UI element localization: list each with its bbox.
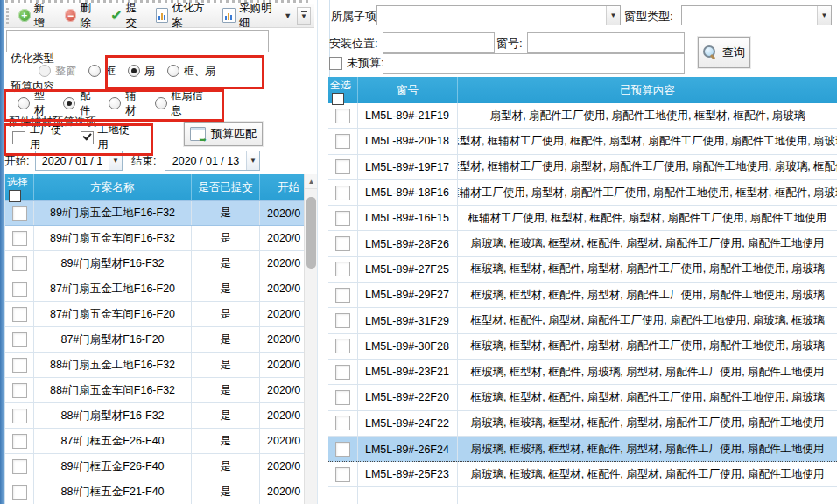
budget-content-radio-3[interactable]: 框扇信息	[155, 88, 207, 118]
row-checkbox[interactable]	[335, 416, 350, 430]
row-checkbox[interactable]	[335, 313, 350, 328]
purchase-detail-button[interactable]: 采购明细 ▼	[217, 0, 297, 33]
row-select-cell	[328, 206, 358, 230]
row-checkbox[interactable]	[335, 390, 350, 405]
toolbar-overflow-button[interactable]: ▼	[297, 7, 311, 24]
budget-content-radio-1[interactable]: 配件	[63, 88, 96, 118]
row-checkbox[interactable]	[335, 108, 350, 123]
plan-search-input[interactable]	[6, 30, 269, 52]
sub-item-select[interactable]: ▼	[376, 5, 621, 25]
plan-table-row[interactable]: 87#门扇五金车间F16-F20是2020/0	[5, 302, 318, 327]
row-checkbox[interactable]	[335, 288, 350, 303]
install-pos-input[interactable]	[383, 32, 495, 53]
chevron-down-icon[interactable]: ▼	[817, 6, 831, 24]
window-table-row[interactable]: LM5L-89#-29F27框玻璃, 框型材, 框配件, 扇型材, 扇配件工厂使…	[328, 283, 837, 308]
row-checkbox[interactable]	[335, 339, 350, 354]
add-button[interactable]: + 新增	[13, 0, 60, 33]
query-button[interactable]: 查询	[698, 37, 750, 68]
row-checkbox[interactable]	[12, 409, 27, 424]
window-no-input[interactable]	[527, 32, 685, 53]
row-checkbox[interactable]	[12, 307, 27, 322]
scroll-up-icon[interactable]: ▲	[305, 174, 318, 189]
plan-table-row[interactable]: 89#门框五金F26-F40是2020/0	[5, 454, 318, 480]
column-header-budgeted-content[interactable]: 已预算内容	[458, 77, 837, 103]
row-checkbox[interactable]	[335, 262, 350, 276]
plan-table-scrollbar[interactable]: ▲	[304, 174, 318, 504]
budget-content-radio-0[interactable]: 型材	[18, 88, 51, 118]
plan-table-row[interactable]: 87#门框五金F26-F40是2020/0	[5, 429, 318, 454]
row-select-cell	[5, 353, 34, 377]
usage-checkbox-item-1[interactable]: 工地使用	[81, 122, 137, 152]
window-table-row[interactable]: LM5L-89#-31F29框型材, 框配件, 扇型材, 扇配件工厂使用, 扇配…	[328, 308, 837, 333]
chevron-down-icon[interactable]: ▼	[109, 151, 122, 170]
optimize-type-radio-1[interactable]: 框	[88, 64, 116, 79]
date-end-picker[interactable]: 2020 / 01 / 13 ▼	[165, 150, 260, 171]
window-table-row[interactable]: LM5L-89#-18F16框辅材工厂使用, 扇型材, 扇配件工厂使用, 扇配件…	[328, 180, 837, 206]
window-table-row[interactable]: LM5L-89#-22F20框玻璃, 框型材, 框配件, 扇型材, 扇配件工厂使…	[328, 385, 837, 410]
row-checkbox[interactable]	[12, 434, 27, 449]
chevron-down-icon[interactable]: ▼	[606, 6, 620, 24]
delete-button[interactable]: − 删除	[60, 0, 106, 33]
no-budget-checkbox[interactable]	[329, 57, 342, 70]
column-header-plan-name[interactable]: 方案名称	[34, 174, 192, 200]
window-table-row[interactable]: LM5L-89#-23F21框玻璃, 框型材, 框配件, 扇玻璃, 扇型材, 扇…	[328, 360, 837, 385]
plan-table-row[interactable]: 87#门扇型材F16-F20是2020/0	[5, 327, 318, 353]
plan-table-row[interactable]: 89#门扇型材F16-F32是2020/0	[5, 251, 318, 276]
row-checkbox[interactable]	[12, 383, 27, 398]
window-table-row[interactable]: LM5L-89#-19F17框型材, 框辅材工厂使用, 扇型材, 扇配件工厂使用…	[328, 155, 837, 180]
row-checkbox[interactable]	[335, 442, 350, 457]
row-checkbox[interactable]	[335, 236, 350, 251]
row-checkbox[interactable]	[12, 332, 27, 347]
no-budget-input[interactable]	[383, 53, 685, 74]
submit-button[interactable]: ✔ 提交	[105, 0, 150, 33]
plan-table-row[interactable]: 88#门扇五金工地F16-F32是2020/0	[5, 353, 318, 378]
row-checkbox[interactable]	[335, 134, 350, 149]
window-table-row[interactable]: LM5L-89#-25F23扇玻璃, 框玻璃, 框型材, 框配件, 扇型材, 扇…	[328, 462, 837, 487]
window-table-header: 全选 窗号 已预算内容	[328, 77, 837, 103]
row-checkbox[interactable]	[12, 485, 27, 500]
window-table-row[interactable]: LM5L-89#-28F26扇玻璃, 框玻璃, 框型材, 框配件, 扇型材, 扇…	[328, 231, 837, 256]
window-table-row[interactable]: LM5L-89#-21F19扇型材, 扇配件工厂使用, 扇配件工地使用, 框型材…	[328, 103, 837, 129]
plan-table-row[interactable]: 88#门扇五金车间F16-F32是2020/0	[5, 378, 318, 403]
row-checkbox[interactable]	[335, 467, 350, 482]
date-start-picker[interactable]: 2020 / 01 / 1 ▼	[35, 150, 123, 171]
plan-table-row[interactable]: 89#门扇五金车间F16-F32是2020/0	[5, 226, 318, 251]
optimize-plan-button[interactable]: 优化方案	[151, 0, 218, 33]
window-table-row[interactable]: LM5L-89#-20F18框型材, 框辅材工厂使用, 框配件, 扇型材, 扇配…	[328, 129, 837, 154]
row-checkbox[interactable]	[335, 365, 350, 380]
row-checkbox[interactable]	[12, 206, 27, 220]
window-table-row[interactable]: LM5L-89#-27F25框玻璃, 框型材, 框配件, 扇型材, 扇配件工厂使…	[328, 257, 837, 283]
chevron-down-icon[interactable]: ▼	[246, 151, 259, 170]
plan-table-row[interactable]: 89#门扇五金工地F16-F32是2020/0	[5, 200, 318, 226]
row-checkbox[interactable]	[12, 256, 27, 271]
row-select-cell	[328, 129, 358, 153]
scrollbar-thumb[interactable]	[306, 197, 316, 269]
window-table-row[interactable]: LM5L-89#-16F15框辅材工厂使用, 框型材, 框配件, 扇型材, 扇配…	[328, 206, 837, 231]
plan-table-row[interactable]: 88#门扇型材F16-F32是2020/0	[5, 403, 318, 429]
row-checkbox[interactable]	[12, 459, 27, 474]
usage-checkbox-item-0[interactable]: 工厂使用	[12, 122, 68, 152]
optimize-type-radio-3[interactable]: 框、扇	[167, 64, 215, 79]
row-checkbox[interactable]	[335, 159, 350, 174]
toolbar-grip-handle[interactable]	[6, 8, 9, 24]
select-all-checkbox[interactable]	[9, 190, 21, 202]
plan-table-row[interactable]: 88#门框五金F21-F40是2020/0	[5, 480, 318, 504]
plan-table-row[interactable]: 87#门扇五金工地F16-F20是2020/0	[5, 276, 318, 302]
select-all-checkbox[interactable]	[332, 93, 344, 105]
window-type-select[interactable]: ▼	[681, 5, 832, 25]
column-header-submitted[interactable]: 是否已提交	[192, 174, 260, 200]
row-checkbox[interactable]	[335, 211, 350, 226]
row-checkbox[interactable]	[335, 186, 350, 200]
optimize-type-radio-0[interactable]: 整窗	[39, 64, 76, 79]
optimize-type-radio-2[interactable]: 扇	[128, 64, 155, 79]
row-checkbox[interactable]	[12, 231, 27, 246]
window-table-row[interactable]: LM5L-89#-30F28框玻璃, 框型材, 框配件, 扇型材, 扇配件工厂使…	[328, 334, 837, 360]
row-checkbox[interactable]	[12, 358, 27, 373]
window-table-row[interactable]: LM5L-89#-24F22扇玻璃, 框玻璃, 框型材, 框配件, 扇型材, 扇…	[328, 411, 837, 437]
column-header-window-no[interactable]: 窗号	[358, 77, 458, 103]
budget-content-radio-2[interactable]: 辅材	[109, 88, 142, 118]
row-checkbox[interactable]	[12, 282, 27, 297]
budget-match-button[interactable]: 预算匹配	[184, 122, 263, 146]
window-no-cell: LM5L-89#-28F26	[358, 231, 458, 256]
window-table-row[interactable]: LM5L-89#-26F24扇玻璃, 框玻璃, 框型材, 框配件, 扇型材, 扇…	[328, 437, 837, 462]
